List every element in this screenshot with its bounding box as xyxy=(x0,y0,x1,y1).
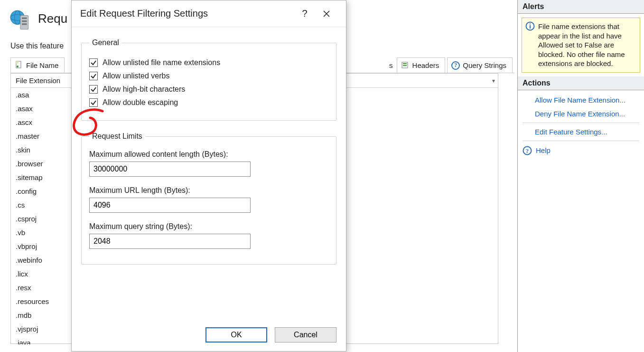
iis-globe-icon xyxy=(9,9,32,32)
svg-rect-5 xyxy=(22,20,27,22)
svg-rect-14 xyxy=(530,24,531,25)
checkbox-label: Allow unlisted verbs xyxy=(103,72,169,80)
action-deny-extension[interactable]: Deny File Name Extension... xyxy=(518,107,644,121)
page-subtitle: Use this feature xyxy=(10,42,64,50)
svg-rect-4 xyxy=(22,18,27,19)
action-allow-extension[interactable]: Allow File Name Extension... xyxy=(518,93,644,107)
action-edit-feature-settings[interactable]: Edit Feature Settings... xyxy=(518,125,644,139)
svg-rect-13 xyxy=(530,25,531,29)
chevron-down-icon: ▾ xyxy=(492,77,495,84)
checkbox-allow-unlisted-extensions[interactable] xyxy=(89,58,98,67)
checkbox-label: Allow double escaping xyxy=(103,98,178,107)
close-icon xyxy=(323,10,330,18)
svg-text:?: ? xyxy=(526,147,529,154)
actions-header: Actions xyxy=(518,76,644,90)
alert-message: File name extensions that appear in the … xyxy=(522,18,640,73)
checkbox-allow-high-bit[interactable] xyxy=(89,85,98,94)
tab-label: Headers xyxy=(412,61,439,69)
dialog-close-button[interactable] xyxy=(316,6,337,22)
alerts-header: Alerts xyxy=(518,0,644,14)
tab-query-strings[interactable]: ? Query Strings xyxy=(447,57,513,73)
edit-request-filtering-dialog: Edit Request Filtering Settings ? Genera… xyxy=(71,0,346,352)
svg-point-8 xyxy=(17,66,19,67)
tab-headers[interactable]: Headers xyxy=(397,57,446,73)
ok-button[interactable]: OK xyxy=(205,327,267,342)
help-icon: ? xyxy=(523,146,532,155)
max-content-label: Maximum allowed content length (Bytes): xyxy=(89,150,328,159)
request-limits-group: Request Limits Maximum allowed content l… xyxy=(81,132,336,265)
cancel-button[interactable]: Cancel xyxy=(275,327,336,342)
max-url-input[interactable] xyxy=(89,198,251,213)
dialog-title: Edit Request Filtering Settings xyxy=(80,8,208,19)
right-pane: Alerts File name extensions that appear … xyxy=(517,0,644,352)
document-icon xyxy=(15,61,23,69)
svg-rect-6 xyxy=(22,23,27,25)
max-content-input[interactable] xyxy=(89,162,251,177)
info-icon xyxy=(525,21,535,31)
separator xyxy=(523,123,639,123)
checkbox-allow-unlisted-verbs[interactable] xyxy=(89,72,98,80)
limits-legend: Request Limits xyxy=(89,132,145,141)
checkbox-label: Allow unlisted file name extensions xyxy=(103,58,220,67)
action-help[interactable]: ? Help xyxy=(518,143,644,158)
question-icon: ? xyxy=(451,61,460,70)
tab-label: Query Strings xyxy=(463,61,506,69)
general-group: General Allow unlisted file name extensi… xyxy=(81,38,336,121)
max-url-label: Maximum URL length (Bytes): xyxy=(89,186,328,195)
tab-label: File Name xyxy=(26,61,58,69)
headers-icon xyxy=(401,61,410,70)
tab-file-name-extensions[interactable]: File Name xyxy=(10,57,65,73)
max-query-input[interactable] xyxy=(89,234,251,249)
page-title: Requ xyxy=(38,11,67,26)
max-query-label: Maximum query string (Bytes): xyxy=(89,222,328,231)
separator xyxy=(523,141,639,141)
svg-rect-11 xyxy=(403,65,407,66)
checkbox-allow-double-escaping[interactable] xyxy=(89,98,98,107)
tab-partial[interactable]: s xyxy=(385,57,395,73)
dialog-help-button[interactable]: ? xyxy=(294,6,316,22)
dialog-titlebar[interactable]: Edit Request Filtering Settings ? xyxy=(72,0,346,27)
svg-rect-10 xyxy=(403,63,407,64)
general-legend: General xyxy=(89,38,122,47)
checkbox-label: Allow high-bit characters xyxy=(103,85,185,94)
